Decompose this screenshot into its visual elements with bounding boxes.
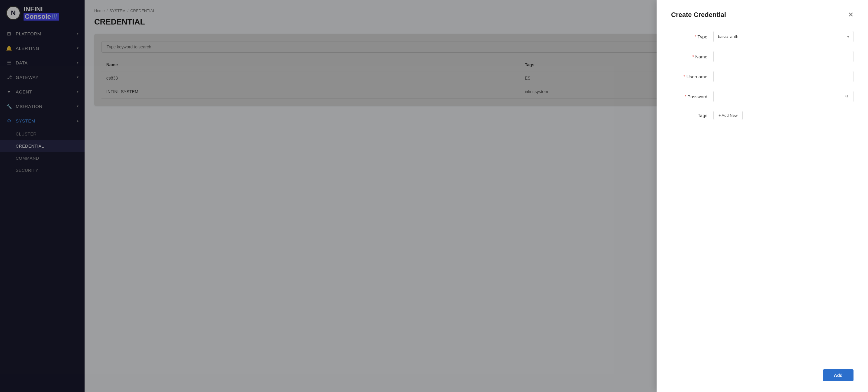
type-label: * Type [671, 34, 707, 39]
required-star: * [695, 34, 696, 39]
tags-field: + Add New [713, 111, 854, 120]
main-content: Home / SYSTEM / CREDENTIAL CREDENTIAL Se… [85, 0, 868, 392]
eye-icon[interactable]: 👁 [845, 94, 850, 99]
password-label: * Password [671, 94, 707, 99]
tags-area: + Add New [713, 111, 854, 120]
name-field [713, 51, 854, 62]
username-field [713, 71, 854, 82]
password-field: 👁 [713, 91, 854, 102]
type-select[interactable]: basic_auth oauth2 api_key [713, 31, 854, 43]
name-label: * Name [671, 54, 707, 59]
tags-label: Tags [671, 113, 707, 118]
drawer-title: Create Credential [671, 11, 726, 19]
modal-overlay: Create Credential ✕ * Type basic_auth oa… [85, 0, 868, 392]
form-row-tags: Tags + Add New [671, 111, 854, 120]
close-button[interactable]: ✕ [848, 11, 854, 18]
drawer-footer: Add [671, 363, 854, 381]
add-credential-button[interactable]: Add [823, 369, 854, 381]
name-input[interactable] [713, 51, 854, 62]
required-star: * [692, 54, 694, 59]
add-new-tag-button[interactable]: + Add New [713, 111, 743, 120]
form-row-password: * Password 👁 [671, 91, 854, 102]
username-label: * Username [671, 74, 707, 79]
form-row-name: * Name [671, 51, 854, 62]
type-field: basic_auth oauth2 api_key ▾ [713, 31, 854, 43]
drawer-header: Create Credential ✕ [671, 11, 854, 19]
required-star: * [685, 94, 686, 99]
form-row-type: * Type basic_auth oauth2 api_key ▾ [671, 31, 854, 43]
username-input[interactable] [713, 71, 854, 82]
create-credential-drawer: Create Credential ✕ * Type basic_auth oa… [657, 0, 868, 392]
password-input[interactable] [713, 91, 854, 102]
required-star: * [683, 74, 685, 79]
form-row-username: * Username [671, 71, 854, 82]
